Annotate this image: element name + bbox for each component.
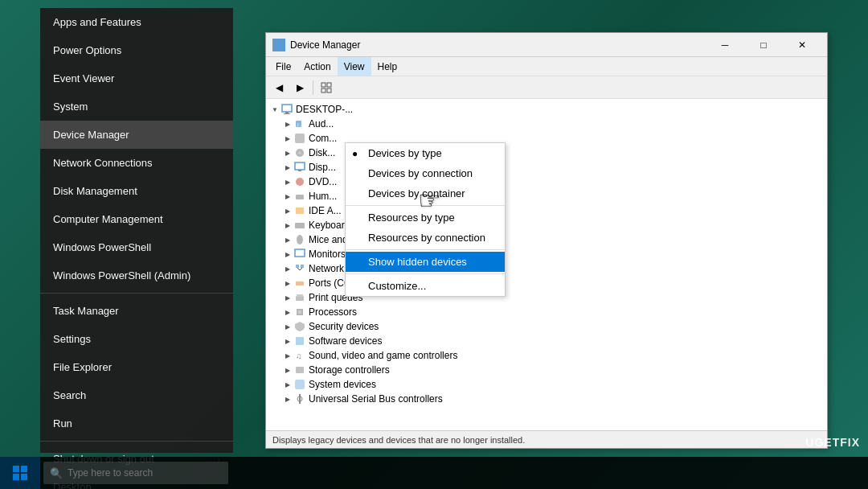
tree-arrow-system-devices[interactable]: ▶ [282,381,293,388]
menu-action[interactable]: Action [297,57,337,76]
search-icon: 🔍 [50,467,63,479]
close-button[interactable]: ✕ [784,33,821,57]
menu-item-search[interactable]: Search [40,381,233,409]
tree-arrow-security[interactable]: ▶ [282,323,293,331]
svg-point-22 [297,235,303,244]
menu-item-run[interactable]: Run [40,409,233,438]
tree-arrow-desktop-root[interactable]: ▼ [269,106,280,113]
tree-arrow-storage[interactable]: ▶ [282,367,293,374]
tree-arrow-human[interactable]: ▶ [282,193,293,200]
menu-item-settings[interactable]: Settings [40,325,233,353]
menu-item-apps-features[interactable]: Apps and Features [40,8,233,36]
minimize-button[interactable]: ─ [706,33,743,57]
tree-item-sound[interactable]: ▶♫Sound, video and game controllers [266,348,827,363]
maximize-button[interactable]: □ [745,33,782,57]
tree-arrow-processors[interactable]: ▶ [282,309,293,316]
tree-arrow-sound[interactable]: ▶ [282,352,293,360]
dropdown-label-customize: Customize... [368,280,426,292]
windows-logo-icon [13,466,27,480]
tree-item-audio[interactable]: ▶♪Aud... [266,117,827,131]
tree-item-security[interactable]: ▶Security devices [266,319,827,334]
svg-rect-17 [298,170,301,171]
menu-item-file-explorer[interactable]: File Explorer [40,353,233,381]
start-button[interactable] [0,457,40,489]
tree-arrow-ports[interactable]: ▶ [282,280,293,287]
tree-arrow-display[interactable]: ▶ [282,164,293,171]
tree-item-software[interactable]: ▶Software devices [266,334,827,348]
menu-item-label-file-explorer: File Explorer [53,361,112,373]
tree-label-disk: Disk... [309,147,335,158]
svg-line-26 [297,268,300,270]
tree-item-processors[interactable]: ▶Processors [266,305,827,319]
tree-icon-processors [293,306,306,318]
tree-arrow-monitors[interactable]: ▶ [282,251,293,258]
tree-arrow-mice[interactable]: ▶ [282,236,293,244]
menu-item-label-device-manager: Device Manager [53,129,129,141]
menu-item-windows-powershell[interactable]: Windows PowerShell [40,233,233,261]
tree-icon-sound: ♫ [293,349,306,362]
menu-item-label-network-connections: Network Connections [53,157,153,169]
tree-item-system-devices[interactable]: ▶System devices [266,377,827,392]
tree-label-processors: Processors [309,306,357,318]
menu-item-event-viewer[interactable]: Event Viewer [40,64,233,92]
svg-rect-23 [295,249,305,257]
window-titlebar: Device Manager ─ □ ✕ [266,33,827,57]
tree-item-storage[interactable]: ▶Storage controllers [266,363,827,377]
menu-item-disk-management[interactable]: Disk Management [40,177,233,205]
tree-label-usb: Universal Serial Bus controllers [309,393,443,405]
menu-item-power-options[interactable]: Power Options [40,36,233,64]
tree-arrow-usb[interactable]: ▶ [282,396,293,403]
menu-item-system[interactable]: System [40,92,233,121]
menu-item-network-connections[interactable]: Network Connections [40,149,233,177]
dropdown-item-resources-by-connection[interactable]: Resources by connection [346,228,505,248]
menu-bar: File Action View Help [266,57,827,76]
dropdown-item-devices-by-container[interactable]: Devices by container [346,183,505,203]
tree-item-usb[interactable]: ▶Universal Serial Bus controllers [266,392,827,406]
dropdown-item-show-hidden-devices[interactable]: Show hidden devices [346,252,505,272]
dropdown-item-devices-by-connection[interactable]: Devices by connection [346,163,505,183]
titlebar-controls: ─ □ ✕ [706,33,821,57]
dropdown-divider [346,205,505,206]
menu-item-windows-powershell-admin[interactable]: Windows PowerShell (Admin) [40,261,233,290]
titlebar-left: Device Manager [272,39,360,51]
tree-item-desktop-root[interactable]: ▼DESKTOP-... [266,102,827,117]
tree-arrow-com[interactable]: ▶ [282,135,293,142]
tree-arrow-disk[interactable]: ▶ [282,150,293,157]
search-input[interactable] [68,467,222,479]
svg-rect-24 [296,265,299,268]
tree-arrow-dvd[interactable]: ▶ [282,179,293,186]
dropdown-item-devices-by-type[interactable]: ●Devices by type [346,143,505,163]
menu-item-computer-management[interactable]: Computer Management [40,205,233,233]
tree-icon-display [293,161,306,174]
dropdown-item-customize[interactable]: Customize... [346,276,505,296]
svg-rect-8 [282,105,292,112]
menu-file[interactable]: File [269,57,297,76]
taskbar-search-box[interactable]: 🔍 [43,462,228,484]
toolbar-back[interactable]: ◀ [269,79,289,97]
menu-item-device-manager[interactable]: Device Manager [40,121,233,149]
tree-icon-storage [293,364,306,376]
svg-rect-20 [296,208,304,214]
menu-item-label-windows-powershell: Windows PowerShell [53,241,151,253]
svg-rect-30 [297,294,303,297]
svg-rect-5 [327,83,331,87]
toolbar-grid[interactable] [317,79,336,97]
menu-help[interactable]: Help [371,57,404,76]
tree-arrow-print-queues[interactable]: ▶ [282,294,293,302]
menu-view[interactable]: View [338,57,371,76]
tree-arrow-ide[interactable]: ▶ [282,208,293,215]
dropdown-item-resources-by-type[interactable]: Resources by type [346,208,505,228]
svg-rect-1 [276,42,281,46]
svg-rect-19 [296,195,304,199]
tree-arrow-software[interactable]: ▶ [282,338,293,345]
svg-point-15 [298,151,301,154]
tree-arrow-network-adapters[interactable]: ▶ [282,265,293,273]
start-menu: Apps and FeaturesPower OptionsEvent View… [40,8,233,453]
menu-item-task-manager[interactable]: Task Manager [40,297,233,325]
svg-rect-25 [301,265,304,268]
svg-rect-2 [277,47,280,49]
svg-point-18 [296,178,304,186]
toolbar-forward[interactable]: ▶ [290,79,309,97]
tree-arrow-keyboards[interactable]: ▶ [282,222,293,229]
tree-arrow-audio[interactable]: ▶ [282,121,293,128]
